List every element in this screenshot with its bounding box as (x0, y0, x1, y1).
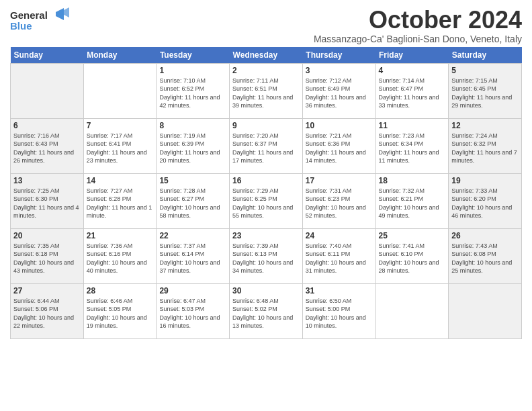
calendar-cell: 28Sunrise: 6:46 AM Sunset: 5:05 PM Dayli… (83, 283, 157, 338)
logo: General Blue (10, 7, 71, 32)
day-info: Sunrise: 7:35 AM Sunset: 6:18 PM Dayligh… (13, 242, 81, 275)
calendar-cell: 1Sunrise: 7:10 AM Sunset: 6:52 PM Daylig… (157, 63, 230, 118)
day-info: Sunrise: 7:28 AM Sunset: 6:27 PM Dayligh… (159, 187, 226, 220)
calendar-cell: 26Sunrise: 7:43 AM Sunset: 6:08 PM Dayli… (449, 228, 522, 283)
day-number: 9 (232, 121, 300, 130)
calendar-cell: 18Sunrise: 7:32 AM Sunset: 6:21 PM Dayli… (375, 173, 449, 228)
calendar-cell: 17Sunrise: 7:31 AM Sunset: 6:23 PM Dayli… (302, 173, 375, 228)
page: General Blue October 2024 Massanzago-Ca'… (0, 0, 532, 346)
col-header-friday: Friday (375, 47, 449, 64)
calendar-cell: 30Sunrise: 6:48 AM Sunset: 5:02 PM Dayli… (230, 283, 303, 338)
calendar-cell: 12Sunrise: 7:24 AM Sunset: 6:32 PM Dayli… (449, 118, 522, 173)
calendar-cell: 3Sunrise: 7:12 AM Sunset: 6:49 PM Daylig… (302, 63, 375, 118)
calendar-cell: 20Sunrise: 7:35 AM Sunset: 6:18 PM Dayli… (11, 228, 84, 283)
day-info: Sunrise: 6:46 AM Sunset: 5:05 PM Dayligh… (87, 297, 154, 330)
calendar-cell: 31Sunrise: 6:50 AM Sunset: 5:00 PM Dayli… (302, 283, 375, 338)
calendar-cell: 13Sunrise: 7:25 AM Sunset: 6:30 PM Dayli… (11, 173, 84, 228)
day-info: Sunrise: 6:47 AM Sunset: 5:03 PM Dayligh… (159, 297, 226, 330)
day-info: Sunrise: 7:41 AM Sunset: 6:10 PM Dayligh… (379, 242, 446, 275)
calendar-cell: 23Sunrise: 7:39 AM Sunset: 6:13 PM Dayli… (230, 228, 303, 283)
col-header-monday: Monday (83, 47, 157, 64)
day-number: 10 (306, 121, 373, 130)
calendar-cell (449, 283, 522, 338)
calendar-cell: 29Sunrise: 6:47 AM Sunset: 5:03 PM Dayli… (157, 283, 230, 338)
day-number: 31 (306, 286, 373, 295)
day-number: 11 (379, 121, 446, 130)
col-header-sunday: Sunday (11, 47, 84, 64)
calendar-cell: 21Sunrise: 7:36 AM Sunset: 6:16 PM Dayli… (83, 228, 157, 283)
week-row-4: 20Sunrise: 7:35 AM Sunset: 6:18 PM Dayli… (11, 228, 522, 283)
calendar-cell: 15Sunrise: 7:28 AM Sunset: 6:27 PM Dayli… (157, 173, 230, 228)
week-row-2: 6Sunrise: 7:16 AM Sunset: 6:43 PM Daylig… (11, 118, 522, 173)
calendar-cell: 5Sunrise: 7:15 AM Sunset: 6:45 PM Daylig… (449, 63, 522, 118)
calendar-cell: 22Sunrise: 7:37 AM Sunset: 6:14 PM Dayli… (157, 228, 230, 283)
day-number: 14 (87, 176, 154, 185)
calendar-cell: 19Sunrise: 7:33 AM Sunset: 6:20 PM Dayli… (449, 173, 522, 228)
day-info: Sunrise: 7:37 AM Sunset: 6:14 PM Dayligh… (159, 242, 226, 275)
col-header-saturday: Saturday (449, 47, 522, 64)
header: General Blue October 2024 Massanzago-Ca'… (10, 7, 522, 44)
day-info: Sunrise: 7:21 AM Sunset: 6:36 PM Dayligh… (306, 132, 373, 165)
day-info: Sunrise: 7:25 AM Sunset: 6:30 PM Dayligh… (13, 187, 81, 220)
day-number: 29 (159, 286, 226, 295)
day-number: 17 (306, 176, 373, 185)
day-number: 4 (379, 66, 446, 75)
calendar-cell: 16Sunrise: 7:29 AM Sunset: 6:25 PM Dayli… (230, 173, 303, 228)
col-header-thursday: Thursday (302, 47, 375, 64)
day-info: Sunrise: 7:20 AM Sunset: 6:37 PM Dayligh… (232, 132, 300, 165)
day-number: 8 (159, 121, 226, 130)
day-number: 5 (451, 66, 519, 75)
week-row-3: 13Sunrise: 7:25 AM Sunset: 6:30 PM Dayli… (11, 173, 522, 228)
day-number: 12 (451, 121, 519, 130)
week-row-1: 1Sunrise: 7:10 AM Sunset: 6:52 PM Daylig… (11, 63, 522, 118)
day-number: 21 (87, 231, 154, 240)
col-header-wednesday: Wednesday (230, 47, 303, 64)
day-number: 25 (379, 231, 446, 240)
day-number: 28 (87, 286, 154, 295)
day-number: 30 (232, 286, 300, 295)
month-title: October 2024 (314, 7, 522, 34)
calendar-cell: 11Sunrise: 7:23 AM Sunset: 6:34 PM Dayli… (375, 118, 449, 173)
day-info: Sunrise: 7:31 AM Sunset: 6:23 PM Dayligh… (306, 187, 373, 220)
calendar-cell: 4Sunrise: 7:14 AM Sunset: 6:47 PM Daylig… (375, 63, 449, 118)
day-number: 23 (232, 231, 300, 240)
day-info: Sunrise: 7:36 AM Sunset: 6:16 PM Dayligh… (87, 242, 154, 275)
day-info: Sunrise: 7:39 AM Sunset: 6:13 PM Dayligh… (232, 242, 300, 275)
day-number: 1 (159, 66, 226, 75)
day-info: Sunrise: 7:40 AM Sunset: 6:11 PM Dayligh… (306, 242, 373, 275)
day-info: Sunrise: 7:15 AM Sunset: 6:45 PM Dayligh… (451, 77, 519, 110)
calendar-cell: 14Sunrise: 7:27 AM Sunset: 6:28 PM Dayli… (83, 173, 157, 228)
day-info: Sunrise: 7:24 AM Sunset: 6:32 PM Dayligh… (451, 132, 519, 165)
calendar-cell: 6Sunrise: 7:16 AM Sunset: 6:43 PM Daylig… (11, 118, 84, 173)
day-info: Sunrise: 7:14 AM Sunset: 6:47 PM Dayligh… (379, 77, 446, 110)
day-number: 20 (13, 231, 81, 240)
day-info: Sunrise: 7:33 AM Sunset: 6:20 PM Dayligh… (451, 187, 519, 220)
day-number: 24 (306, 231, 373, 240)
calendar-table: SundayMondayTuesdayWednesdayThursdayFrid… (10, 47, 522, 339)
day-info: Sunrise: 7:11 AM Sunset: 6:51 PM Dayligh… (232, 77, 300, 110)
day-info: Sunrise: 6:50 AM Sunset: 5:00 PM Dayligh… (306, 297, 373, 330)
calendar-cell: 7Sunrise: 7:17 AM Sunset: 6:41 PM Daylig… (83, 118, 157, 173)
day-info: Sunrise: 7:32 AM Sunset: 6:21 PM Dayligh… (379, 187, 446, 220)
day-number: 3 (306, 66, 373, 75)
header-row: SundayMondayTuesdayWednesdayThursdayFrid… (11, 47, 522, 64)
day-number: 7 (87, 121, 154, 130)
day-info: Sunrise: 7:12 AM Sunset: 6:49 PM Dayligh… (306, 77, 373, 110)
calendar-cell (83, 63, 157, 118)
svg-text:Blue: Blue (10, 20, 32, 32)
calendar-cell: 2Sunrise: 7:11 AM Sunset: 6:51 PM Daylig… (230, 63, 303, 118)
day-info: Sunrise: 7:10 AM Sunset: 6:52 PM Dayligh… (159, 77, 226, 110)
day-info: Sunrise: 6:48 AM Sunset: 5:02 PM Dayligh… (232, 297, 300, 330)
day-number: 18 (379, 176, 446, 185)
svg-text:General: General (10, 9, 48, 21)
location-subtitle: Massanzago-Ca' Baglioni-San Dono, Veneto… (314, 34, 522, 44)
calendar-cell (11, 63, 84, 118)
day-info: Sunrise: 6:44 AM Sunset: 5:06 PM Dayligh… (13, 297, 81, 330)
day-number: 26 (451, 231, 519, 240)
day-info: Sunrise: 7:27 AM Sunset: 6:28 PM Dayligh… (87, 187, 154, 220)
day-number: 6 (13, 121, 81, 130)
calendar-cell: 9Sunrise: 7:20 AM Sunset: 6:37 PM Daylig… (230, 118, 303, 173)
day-number: 2 (232, 66, 300, 75)
title-block: October 2024 Massanzago-Ca' Baglioni-San… (314, 7, 522, 44)
week-row-5: 27Sunrise: 6:44 AM Sunset: 5:06 PM Dayli… (11, 283, 522, 338)
